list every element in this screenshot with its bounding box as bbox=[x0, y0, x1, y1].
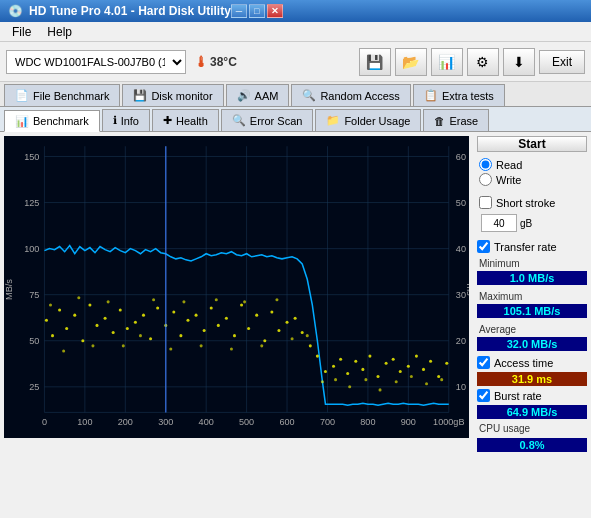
svg-point-62 bbox=[179, 334, 182, 337]
tab-row-2: 📊 Benchmark ℹ Info ✚ Health 🔍 Error Scan… bbox=[0, 107, 591, 132]
svg-point-99 bbox=[62, 349, 65, 352]
svg-point-106 bbox=[169, 347, 172, 350]
titlebar: 💿 HD Tune Pro 4.01 - Hard Disk Utility ─… bbox=[0, 0, 591, 22]
svg-point-72 bbox=[255, 314, 258, 317]
main-content: 150 125 100 75 50 25 MB/s 60 50 40 30 20… bbox=[0, 132, 591, 442]
toolbar-btn-5[interactable]: ⬇ bbox=[503, 48, 535, 76]
svg-point-52 bbox=[104, 317, 107, 320]
svg-text:300: 300 bbox=[158, 417, 173, 427]
svg-point-95 bbox=[429, 360, 432, 363]
toolbar-btn-2[interactable]: 📂 bbox=[395, 48, 427, 76]
svg-point-70 bbox=[240, 303, 243, 306]
close-button[interactable]: ✕ bbox=[267, 4, 283, 18]
exit-button[interactable]: Exit bbox=[539, 50, 585, 74]
svg-point-90 bbox=[392, 358, 395, 361]
maximum-stat: Maximum 105.1 MB/s bbox=[477, 290, 587, 319]
random-access-icon: 🔍 bbox=[302, 89, 316, 102]
short-stroke-checkbox[interactable] bbox=[479, 196, 492, 209]
svg-point-110 bbox=[230, 347, 233, 350]
svg-point-68 bbox=[225, 317, 228, 320]
cpu-usage-label: CPU usage bbox=[477, 422, 587, 435]
menu-help[interactable]: Help bbox=[39, 23, 80, 41]
svg-point-84 bbox=[346, 372, 349, 375]
svg-point-124 bbox=[440, 378, 443, 381]
svg-point-85 bbox=[354, 360, 357, 363]
access-time-value: 31.9 ms bbox=[477, 372, 587, 386]
tab-extra-tests[interactable]: 📋 Extra tests bbox=[413, 84, 505, 106]
svg-point-94 bbox=[422, 368, 425, 371]
minimum-stat: Minimum 1.0 MB/s bbox=[477, 257, 587, 286]
burst-rate-checkbox[interactable] bbox=[477, 389, 490, 402]
transfer-rate-label[interactable]: Transfer rate bbox=[477, 240, 587, 253]
svg-point-77 bbox=[294, 317, 297, 320]
svg-point-64 bbox=[195, 314, 198, 317]
svg-point-102 bbox=[107, 300, 110, 303]
svg-point-103 bbox=[122, 344, 125, 347]
svg-text:900: 900 bbox=[401, 417, 416, 427]
tab-aam[interactable]: 🔊 AAM bbox=[226, 84, 290, 106]
side-panel: Start Read Write Short stroke 40 gB bbox=[473, 132, 591, 442]
tab-benchmark[interactable]: 📊 Benchmark bbox=[4, 110, 100, 132]
svg-text:75: 75 bbox=[29, 290, 39, 300]
access-time-checkbox[interactable] bbox=[477, 356, 490, 369]
tab-health[interactable]: ✚ Health bbox=[152, 109, 219, 131]
transfer-rate-checkbox[interactable] bbox=[477, 240, 490, 253]
erase-icon: 🗑 bbox=[434, 115, 445, 127]
temperature-value: 38°C bbox=[210, 55, 237, 69]
svg-text:10: 10 bbox=[456, 382, 466, 392]
svg-point-114 bbox=[291, 337, 294, 340]
svg-text:100: 100 bbox=[77, 417, 92, 427]
svg-point-109 bbox=[215, 298, 218, 301]
svg-text:20: 20 bbox=[456, 336, 466, 346]
svg-point-65 bbox=[203, 329, 206, 332]
drive-select[interactable]: WDC WD1001FALS-00J7B0 (1000 gB) bbox=[6, 50, 186, 74]
maximize-button[interactable]: □ bbox=[249, 4, 265, 18]
svg-text:0: 0 bbox=[42, 417, 47, 427]
svg-point-91 bbox=[399, 370, 402, 373]
access-time-checkbox-label[interactable]: Access time bbox=[477, 356, 587, 369]
tab-folder-usage[interactable]: 📁 Folder Usage bbox=[315, 109, 421, 131]
svg-point-61 bbox=[172, 311, 175, 314]
menu-file[interactable]: File bbox=[4, 23, 39, 41]
svg-point-107 bbox=[182, 300, 185, 303]
read-radio[interactable] bbox=[479, 158, 492, 171]
toolbar-btn-1[interactable]: 💾 bbox=[359, 48, 391, 76]
svg-point-49 bbox=[81, 339, 84, 342]
write-radio[interactable] bbox=[479, 173, 492, 186]
burst-rate-checkbox-label[interactable]: Burst rate bbox=[477, 389, 587, 402]
tab-error-scan[interactable]: 🔍 Error Scan bbox=[221, 109, 314, 131]
svg-text:40: 40 bbox=[456, 244, 466, 254]
svg-text:100: 100 bbox=[24, 244, 39, 254]
tab-file-benchmark[interactable]: 📄 File Benchmark bbox=[4, 84, 120, 106]
svg-point-121 bbox=[395, 380, 398, 383]
tab-random-access[interactable]: 🔍 Random Access bbox=[291, 84, 410, 106]
svg-point-47 bbox=[65, 327, 68, 330]
toolbar-btn-3[interactable]: 📊 bbox=[431, 48, 463, 76]
write-radio-label[interactable]: Write bbox=[479, 173, 585, 186]
svg-point-48 bbox=[73, 314, 76, 317]
toolbar-btn-4[interactable]: ⚙ bbox=[467, 48, 499, 76]
minimize-button[interactable]: ─ bbox=[231, 4, 247, 18]
short-stroke-input[interactable]: 40 bbox=[481, 214, 517, 232]
window-controls: ─ □ ✕ bbox=[231, 4, 283, 18]
tab-row-1: 📄 File Benchmark 💾 Disk monitor 🔊 AAM 🔍 … bbox=[0, 82, 591, 107]
svg-point-69 bbox=[233, 334, 236, 337]
tab-disk-monitor[interactable]: 💾 Disk monitor bbox=[122, 84, 223, 106]
svg-point-88 bbox=[377, 375, 380, 378]
benchmark-chart: 150 125 100 75 50 25 MB/s 60 50 40 30 20… bbox=[4, 136, 469, 438]
short-stroke-label[interactable]: Short stroke bbox=[479, 196, 585, 209]
read-radio-label[interactable]: Read bbox=[479, 158, 585, 171]
gb-label: gB bbox=[520, 218, 532, 229]
menubar: File Help bbox=[0, 22, 591, 42]
svg-point-82 bbox=[332, 365, 335, 368]
tab-erase[interactable]: 🗑 Erase bbox=[423, 109, 489, 131]
svg-rect-0 bbox=[4, 136, 469, 438]
svg-point-78 bbox=[301, 331, 304, 334]
svg-point-73 bbox=[263, 339, 266, 342]
start-button[interactable]: Start bbox=[477, 136, 587, 152]
tab-info[interactable]: ℹ Info bbox=[102, 109, 150, 131]
svg-point-117 bbox=[334, 378, 337, 381]
svg-point-75 bbox=[277, 329, 280, 332]
aam-icon: 🔊 bbox=[237, 89, 251, 102]
title-text: HD Tune Pro 4.01 - Hard Disk Utility bbox=[29, 4, 231, 18]
